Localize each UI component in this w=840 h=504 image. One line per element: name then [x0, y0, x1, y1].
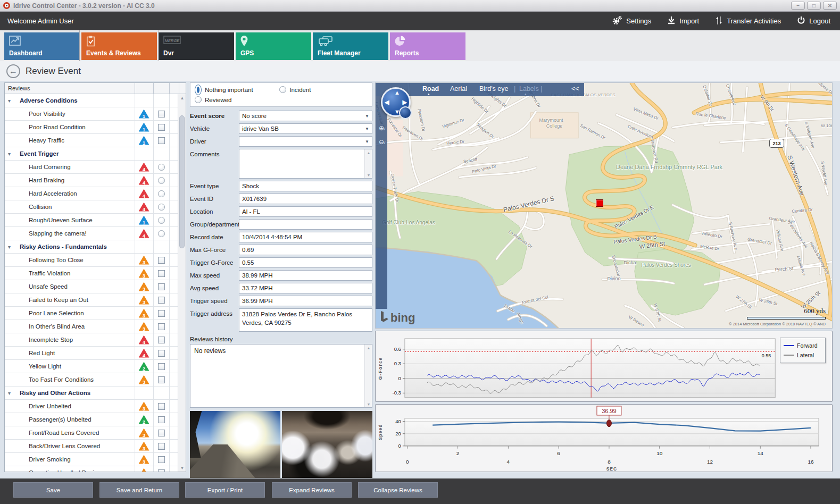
review-checkbox[interactable]	[158, 283, 165, 290]
review-checkbox[interactable]	[158, 137, 165, 144]
tab-events-reviews[interactable]: Events & Reviews	[81, 32, 157, 60]
event-score-select[interactable]: No score▼	[239, 111, 372, 121]
avg-speed-field[interactable]: 33.72 MPH	[239, 283, 372, 293]
minimize-button[interactable]: –	[791, 2, 805, 10]
save-button[interactable]: Save	[13, 482, 93, 498]
review-checkbox[interactable]	[158, 469, 165, 473]
textarea-scrollbar[interactable]: ▲▼	[364, 149, 372, 178]
review-group-row[interactable]: ▾Risky Actions - Fundamentals	[5, 240, 186, 254]
radio-icon[interactable]	[279, 86, 286, 93]
review-item-row[interactable]: Rough/Uneven Surface1	[5, 214, 186, 227]
review-checkbox[interactable]	[158, 257, 165, 264]
review-group-row[interactable]: ▾Adverse Conditions	[5, 94, 186, 107]
review-checkbox[interactable]	[158, 430, 165, 436]
driver-select[interactable]: ▼	[239, 136, 372, 147]
review-item-row[interactable]: Driver Unbelted3	[5, 400, 186, 413]
reviews-history-scrollbar[interactable]: ▲▼	[364, 345, 372, 407]
review-checkbox[interactable]	[158, 403, 165, 410]
vehicle-select[interactable]: idrive Van SB▼	[239, 123, 372, 134]
location-field[interactable]: Al - FL	[239, 206, 372, 217]
review-checkbox[interactable]	[158, 456, 165, 463]
review-checkbox[interactable]	[158, 376, 165, 383]
review-group-row[interactable]: ▾Risky and Other Actions	[5, 387, 186, 400]
collapse-reviews-button[interactable]: Collapse Reviews	[358, 482, 438, 498]
event-id-field[interactable]: X017639	[239, 194, 372, 204]
review-checkbox[interactable]	[158, 337, 165, 343]
scroll-thumb[interactable]	[179, 115, 185, 248]
review-radio[interactable]	[158, 230, 165, 237]
reviews-history-list[interactable]: No reviews ▲▼	[190, 344, 372, 408]
tab-fleet-manager[interactable]: Fleet Manager	[313, 32, 388, 60]
trigger-speed-field[interactable]: 36.99 MPH	[239, 296, 372, 306]
tab-reports[interactable]: Reports	[390, 32, 465, 60]
classification-option-reviewed[interactable]: Reviewed	[195, 95, 279, 104]
scroll-up-icon[interactable]: ▲	[178, 94, 186, 102]
pan-left-icon[interactable]: ◀	[385, 99, 389, 106]
expand-reviews-button[interactable]: Expand Reviews	[272, 482, 352, 498]
review-item-row[interactable]: Poor Visibility1	[5, 107, 186, 121]
review-checkbox[interactable]	[158, 323, 165, 330]
review-item-row[interactable]: Front/Road Lens Covered3	[5, 426, 186, 440]
review-group-row[interactable]: ▾Event Trigger	[5, 147, 186, 161]
logout-button[interactable]: Logout	[797, 16, 830, 26]
review-item-row[interactable]: Driver Smoking3	[5, 453, 186, 466]
review-radio[interactable]	[158, 164, 165, 171]
back-button[interactable]: ←	[6, 64, 20, 78]
tab-dashboard[interactable]: Dashboard	[4, 32, 80, 60]
max-speed-field[interactable]: 38.99 MPH	[239, 270, 372, 281]
review-item-row[interactable]: Hard Braking4	[5, 174, 186, 187]
tab-gps[interactable]: GPS	[236, 32, 311, 60]
map-view-road[interactable]: Road	[422, 85, 439, 93]
map-view-bird-s-eye[interactable]: Bird's eye	[479, 85, 509, 93]
review-checkbox[interactable]	[158, 111, 165, 117]
map-rotate-control[interactable]	[399, 106, 412, 119]
map-view-aerial[interactable]: Aerial	[450, 85, 467, 93]
review-radio[interactable]	[158, 190, 165, 197]
review-checkbox[interactable]	[158, 297, 165, 304]
zoom-out-icon[interactable]: ⊖/	[379, 138, 385, 146]
classification-option-incident[interactable]: Incident	[279, 85, 364, 94]
radio-icon[interactable]	[195, 96, 202, 103]
review-checkbox[interactable]	[158, 443, 165, 450]
record-date-field[interactable]: 10/4/2014 4:48:54 PM	[239, 232, 372, 242]
tab-dvr[interactable]: MERGEDvr	[159, 32, 234, 60]
review-item-row[interactable]: Incomplete Stop4	[5, 333, 186, 347]
review-item-row[interactable]: Following Too Close3	[5, 254, 186, 267]
review-item-row[interactable]: Yellow Light2	[5, 360, 186, 373]
review-item-row[interactable]: Red Light4	[5, 347, 186, 360]
bing-map[interactable]: EAST RANCHO PALOS VERDESMarymountCollege…	[375, 82, 833, 329]
pan-up-icon[interactable]: ▲	[394, 89, 400, 96]
review-item-row[interactable]: Operating Handled Device3	[5, 466, 186, 472]
zoom-in-icon[interactable]: ⊕/	[379, 124, 385, 132]
review-checkbox[interactable]	[158, 310, 165, 317]
comments-textarea[interactable]: ▲▼	[239, 149, 372, 179]
pan-right-icon[interactable]: ▶	[403, 99, 407, 106]
review-item-row[interactable]: In Other's Blind Area3	[5, 320, 186, 333]
classification-option-nothing-important[interactable]: Nothing important	[195, 85, 279, 94]
review-checkbox[interactable]	[158, 350, 165, 357]
map-collapse-button[interactable]: <<	[571, 85, 579, 93]
max-g-force-field[interactable]: 0.69	[239, 245, 372, 255]
review-item-row[interactable]: Hard Cornering4	[5, 161, 186, 174]
review-item-row[interactable]: Hard Acceleration4	[5, 187, 186, 200]
review-checkbox[interactable]	[158, 124, 165, 131]
group-department-field[interactable]	[239, 219, 372, 230]
review-radio[interactable]	[158, 217, 165, 224]
trigger-address-field[interactable]: 31828 Palos Verdes Dr E, Rancho Palos Ve…	[239, 308, 372, 332]
radio-icon[interactable]	[195, 85, 202, 95]
review-item-row[interactable]: Poor Road Condition1	[5, 121, 186, 134]
review-item-row[interactable]: Too Fast For Conditions3	[5, 373, 186, 387]
close-button[interactable]: ✕	[823, 2, 837, 10]
review-checkbox[interactable]	[158, 270, 165, 277]
maximize-button[interactable]: □	[807, 2, 821, 10]
trigger-g-force-field[interactable]: 0.55	[239, 257, 372, 268]
scroll-down-icon[interactable]: ▼	[178, 464, 186, 472]
event-location-marker[interactable]	[596, 199, 603, 207]
review-item-row[interactable]: Heavy Traffic1	[5, 134, 186, 147]
review-item-row[interactable]: Passenger(s) Unbelted2	[5, 413, 186, 426]
review-checkbox[interactable]	[158, 416, 165, 423]
collapse-arrow-icon[interactable]: ▾	[8, 390, 11, 396]
review-item-row[interactable]: Unsafe Speed3	[5, 280, 186, 293]
collapse-arrow-icon[interactable]: ▾	[8, 98, 11, 104]
import-button[interactable]: Import	[667, 16, 699, 26]
